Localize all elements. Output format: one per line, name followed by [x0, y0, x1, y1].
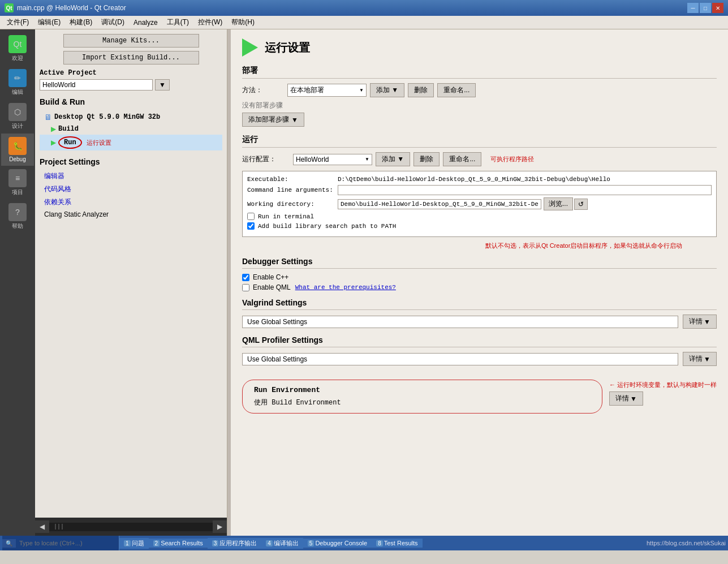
- desktop-label: Desktop Qt 5.9.0 MinGW 32b: [54, 113, 160, 121]
- qml-detail-btn[interactable]: 详情 ▼: [683, 352, 717, 366]
- run-delete-btn[interactable]: 删除: [413, 152, 440, 166]
- project-icon: ≡: [8, 169, 27, 187]
- minimize-button[interactable]: ─: [687, 3, 699, 13]
- import-build-button[interactable]: Import Existing Build...: [63, 51, 199, 64]
- executable-value: D:\QtDemo\build-HelloWorld-Desktop_Qt_5_…: [338, 176, 610, 183]
- sidebar-item-debug[interactable]: 🐛 Debug: [1, 134, 34, 166]
- active-project-label: Active Project: [40, 69, 222, 77]
- browse-button[interactable]: 浏览...: [544, 197, 573, 210]
- app-icon: Qt: [5, 3, 14, 12]
- left-panel-content: Manage Kits... Import Existing Build... …: [35, 29, 227, 518]
- run-in-terminal-checkbox[interactable]: [247, 213, 255, 220]
- cmd-args-input[interactable]: [338, 185, 712, 195]
- build-item[interactable]: ▶ Build: [40, 123, 222, 135]
- enable-cpp-row: Enable C++: [242, 273, 717, 281]
- working-dir-input[interactable]: [338, 199, 541, 209]
- run-env-section: Run Environment 使用 Build Environment: [242, 380, 602, 414]
- working-dir-label: Working directory:: [247, 201, 338, 208]
- run-env-value: 使用 Build Environment: [254, 398, 341, 407]
- app-output-tab[interactable]: 3 应用程序输出: [208, 538, 262, 549]
- compile-output-tab[interactable]: 4 编译输出: [261, 538, 303, 549]
- valgrind-section-header: Valgrind Settings: [242, 298, 717, 310]
- deploy-method-label: 方法：: [242, 85, 287, 95]
- enable-qml-label: Enable QML: [253, 283, 291, 291]
- run-settings-header: 运行设置: [242, 38, 717, 57]
- window-controls: ─ □ ✕: [687, 3, 723, 13]
- build-icon: ▶: [51, 125, 56, 133]
- issues-tab[interactable]: 1 问题: [119, 538, 149, 549]
- menu-build[interactable]: 构建(B): [65, 16, 97, 28]
- run-env-row: 使用 Build Environment: [254, 398, 591, 407]
- build-run-title: Build & Run: [40, 97, 222, 106]
- project-settings-title: Project Settings: [40, 157, 222, 166]
- add-deploy-step-btn[interactable]: 添加部署步骤 ▼: [242, 113, 304, 127]
- menu-edit[interactable]: 编辑(E): [33, 16, 65, 28]
- debugger-console-tab[interactable]: 5 Debugger Console: [303, 539, 372, 548]
- sidebar-item-welcome[interactable]: Qt 欢迎: [1, 32, 34, 66]
- prerequisites-link[interactable]: What are the prerequisites?: [295, 284, 396, 291]
- project-select[interactable]: HelloWorld: [40, 79, 153, 91]
- executable-label: Executable:: [247, 176, 338, 183]
- refresh-button[interactable]: ↺: [574, 199, 588, 210]
- menu-tools[interactable]: 工具(T): [162, 16, 193, 28]
- sidebar-label-project: 项目: [12, 188, 23, 196]
- qml-section-header: QML Profiler Settings: [242, 335, 717, 347]
- locate-section: 🔍: [2, 536, 119, 550]
- run-config-combo[interactable]: HelloWorld ▼: [293, 154, 372, 165]
- project-dropdown-arrow[interactable]: ▼: [155, 79, 170, 91]
- run-add-btn[interactable]: 添加 ▼: [376, 152, 410, 166]
- menu-analyze[interactable]: Analyze: [129, 18, 162, 28]
- nav-left-btn[interactable]: ◀: [35, 520, 49, 533]
- test-results-tab[interactable]: 8 Test Results: [372, 539, 422, 548]
- sidebar-icons: Qt 欢迎 ✏ 编辑 ⬡ 设计 🐛 Debug ≡ 项目 ? 帮助: [0, 29, 35, 536]
- window-title: main.cpp @ HelloWorld - Qt Creator: [17, 4, 687, 12]
- sidebar-item-edit[interactable]: ✏ 编辑: [1, 66, 34, 100]
- settings-clang[interactable]: Clang Static Analyzer: [40, 209, 222, 220]
- desktop-item[interactable]: 🖥 Desktop Qt 5.9.0 MinGW 32b: [40, 111, 222, 123]
- deploy-rename-btn[interactable]: 重命名...: [437, 83, 476, 97]
- sidebar-item-help[interactable]: ? 帮助: [1, 200, 34, 234]
- settings-editor[interactable]: 编辑器: [40, 170, 222, 183]
- add-build-path-row: Add build library search path to PATH: [247, 222, 712, 230]
- menu-help[interactable]: 帮助(H): [227, 16, 259, 28]
- add-build-path-label: Add build library search path to PATH: [258, 223, 396, 230]
- menu-file[interactable]: 文件(F): [2, 16, 33, 28]
- close-button[interactable]: ✕: [712, 3, 723, 13]
- bottom-bar-label: |||: [49, 523, 213, 531]
- deploy-add-btn[interactable]: 添加 ▼: [370, 83, 404, 97]
- settings-code-style[interactable]: 代码风格: [40, 183, 222, 196]
- menu-bar: 文件(F) 编辑(E) 构建(B) 调试(D) Analyze 工具(T) 控件…: [0, 16, 728, 29]
- run-icon: ▶: [51, 139, 56, 147]
- add-build-path-checkbox[interactable]: [247, 222, 255, 230]
- valgrind-detail-btn[interactable]: 详情 ▼: [683, 315, 717, 329]
- locate-input[interactable]: [17, 539, 119, 548]
- executable-row: Executable: D:\QtDemo\build-HelloWorld-D…: [247, 176, 712, 183]
- run-in-terminal-row: Run in terminal: [247, 213, 712, 220]
- sidebar-item-design[interactable]: ⬡ 设计: [1, 100, 34, 134]
- run-in-terminal-label: Run in terminal: [258, 213, 314, 220]
- sidebar-label-welcome: 欢迎: [12, 54, 23, 62]
- run-env-detail-btn[interactable]: 详情 ▼: [609, 391, 643, 406]
- enable-cpp-checkbox[interactable]: [242, 274, 249, 281]
- help-icon: ?: [8, 203, 27, 221]
- run-rename-btn[interactable]: 重命名...: [443, 152, 481, 166]
- sidebar-item-project[interactable]: ≡ 项目: [1, 166, 34, 200]
- annotation-executable-path: 可执行程序路径: [490, 155, 534, 163]
- nav-right-btn[interactable]: ▶: [213, 520, 227, 533]
- enable-qml-checkbox[interactable]: [242, 284, 249, 291]
- run-item[interactable]: ▶ Run 运行设置: [40, 135, 222, 150]
- maximize-button[interactable]: □: [700, 3, 711, 13]
- deploy-delete-btn[interactable]: 删除: [408, 83, 434, 97]
- main-content: 运行设置 部署 方法： 在本地部署 ▼ 添加 ▼ 删除 重命名... 没有部署步…: [231, 29, 728, 536]
- menu-controls[interactable]: 控件(W): [193, 16, 227, 28]
- manage-kits-button[interactable]: Manage Kits...: [63, 34, 199, 48]
- debug-icon: 🐛: [8, 137, 27, 155]
- main-layout: Qt 欢迎 ✏ 编辑 ⬡ 设计 🐛 Debug ≡ 项目 ? 帮助 Manage…: [0, 29, 728, 536]
- working-dir-row: Working directory: 浏览... ↺: [247, 197, 712, 210]
- valgrind-combo[interactable]: Use Global Settings: [242, 316, 678, 328]
- deploy-method-combo[interactable]: 在本地部署 ▼: [287, 84, 367, 97]
- menu-debug[interactable]: 调试(D): [97, 16, 129, 28]
- search-results-tab[interactable]: 2 Search Results: [149, 539, 208, 548]
- settings-dependencies[interactable]: 依赖关系: [40, 196, 222, 209]
- qml-combo[interactable]: Use Global Settings: [242, 353, 678, 365]
